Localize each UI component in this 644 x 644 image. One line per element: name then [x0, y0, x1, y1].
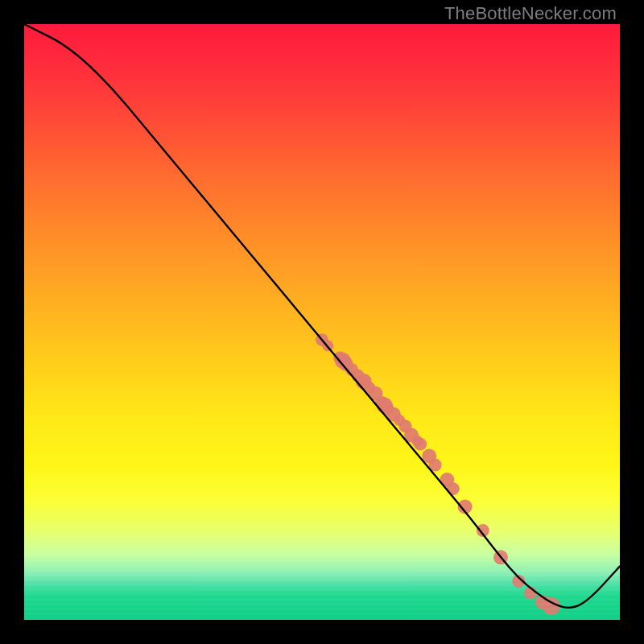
chart-svg — [24, 24, 620, 620]
data-point — [414, 438, 427, 451]
watermark-text: TheBottleNecker.com — [444, 3, 617, 24]
chart-stage: TheBottleNecker.com — [0, 0, 644, 644]
data-point — [447, 482, 460, 495]
plot-area — [24, 24, 620, 620]
bottleneck-curve — [24, 24, 620, 608]
